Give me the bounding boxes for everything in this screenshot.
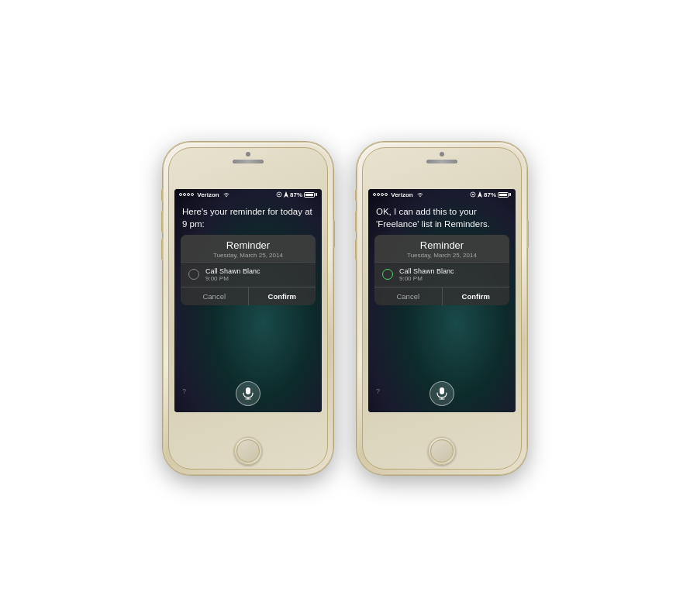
reminder-title: Reminder: [188, 239, 308, 251]
signal-dot-4: [385, 193, 388, 196]
wifi-icon: [223, 191, 230, 198]
reminder-item: Call Shawn Blanc 9:00 PM: [374, 262, 509, 287]
phones-container: Verizon: [163, 142, 527, 475]
siri-message: Here's your reminder for today at 9 pm:: [174, 201, 322, 235]
status-right: 87%: [470, 191, 511, 198]
signal-dot-2: [377, 193, 380, 196]
signal-dot-1: [373, 193, 376, 196]
signal-dot-2: [183, 193, 186, 196]
arrow-icon: [284, 191, 288, 198]
home-button-inner: [236, 439, 260, 463]
speaker-bar: [233, 160, 264, 163]
power-button[interactable]: [333, 220, 335, 248]
reminder-actions: Cancel Confirm: [181, 287, 316, 305]
confirm-button[interactable]: Confirm: [249, 287, 316, 305]
status-left: Verizon: [179, 191, 230, 198]
location-icon: [470, 191, 476, 198]
svg-point-1: [278, 194, 280, 195]
reminder-item-name: Call Shawn Blanc: [205, 267, 260, 275]
reminder-title: Reminder: [382, 239, 502, 251]
mic-icon: [243, 387, 254, 400]
reminder-circle: [382, 269, 393, 280]
volume-down-button[interactable]: [161, 239, 164, 260]
signal-dot-4: [191, 193, 194, 196]
siri-mic-button[interactable]: [430, 381, 454, 406]
phone-shell: Verizon: [357, 142, 527, 475]
svg-marker-8: [478, 191, 482, 198]
siri-screen: Verizon: [174, 189, 322, 412]
siri-bottom: ?: [368, 381, 516, 406]
signal-dot-1: [179, 193, 182, 196]
phone-top: [164, 152, 333, 163]
reminder-item-details: Call Shawn Blanc 9:00 PM: [399, 267, 454, 282]
wifi-icon: [416, 191, 424, 198]
phone-2: Verizon: [357, 142, 527, 475]
carrier-name: Verizon: [391, 191, 412, 198]
siri-screen: Verizon: [368, 189, 516, 412]
location-icon: [276, 191, 282, 198]
status-bar: Verizon: [174, 189, 322, 201]
siri-bottom: ?: [174, 381, 322, 406]
signal-dot-3: [187, 193, 190, 196]
reminder-card: Reminder Tuesday, March 25, 2014 Call Sh…: [181, 235, 316, 305]
home-button[interactable]: [234, 437, 262, 465]
battery-percent: 87%: [484, 191, 496, 198]
reminder-date: Tuesday, March 25, 2014: [382, 252, 502, 259]
svg-rect-3: [246, 387, 250, 394]
svg-rect-9: [440, 387, 444, 394]
home-button-inner: [430, 439, 454, 463]
reminder-item-time: 9:00 PM: [205, 275, 260, 282]
battery-percent: 87%: [290, 191, 302, 198]
svg-point-7: [472, 194, 474, 195]
reminder-date: Tuesday, March 25, 2014: [188, 252, 308, 259]
home-button[interactable]: [428, 437, 456, 465]
volume-up-button[interactable]: [161, 211, 164, 232]
speaker-bar: [426, 160, 457, 163]
siri-message: OK, I can add this to your 'Freelance' l…: [368, 201, 516, 235]
status-left: Verizon: [373, 191, 424, 198]
phone-1: Verizon: [163, 142, 333, 475]
cancel-button[interactable]: Cancel: [374, 287, 442, 305]
reminder-header: Reminder Tuesday, March 25, 2014: [181, 235, 316, 262]
mute-switch: [161, 189, 164, 201]
siri-mic-button[interactable]: [236, 381, 260, 406]
cancel-button[interactable]: Cancel: [181, 287, 248, 305]
siri-help-icon[interactable]: ?: [376, 387, 380, 395]
reminder-item-name: Call Shawn Blanc: [399, 267, 454, 275]
svg-marker-2: [284, 191, 288, 198]
carrier-name: Verizon: [197, 191, 219, 198]
reminder-header: Reminder Tuesday, March 25, 2014: [374, 235, 509, 262]
phone-shell: Verizon: [163, 142, 333, 475]
siri-help-icon[interactable]: ?: [182, 387, 186, 395]
reminder-item-time: 9:00 PM: [399, 275, 454, 282]
status-bar: Verizon: [368, 189, 516, 201]
status-right: 87%: [276, 191, 317, 198]
reminder-item-details: Call Shawn Blanc 9:00 PM: [205, 267, 260, 282]
phone-screen: Verizon: [174, 189, 322, 412]
phone-top: [357, 152, 526, 163]
arrow-icon: [478, 191, 482, 198]
volume-up-button[interactable]: [355, 211, 357, 232]
reminder-circle: [188, 269, 199, 280]
volume-down-button[interactable]: [355, 239, 357, 260]
battery-icon: [304, 192, 317, 198]
confirm-button[interactable]: Confirm: [443, 287, 510, 305]
reminder-item: Call Shawn Blanc 9:00 PM: [181, 262, 316, 287]
camera-dot: [440, 152, 444, 157]
battery-icon: [498, 192, 511, 198]
reminder-card: Reminder Tuesday, March 25, 2014 Call Sh…: [374, 235, 509, 305]
power-button[interactable]: [526, 220, 529, 248]
phone-screen: Verizon: [368, 189, 516, 412]
mute-switch: [355, 189, 357, 201]
reminder-actions: Cancel Confirm: [374, 287, 509, 305]
camera-dot: [246, 152, 250, 157]
mic-icon: [436, 387, 447, 400]
signal-dot-3: [381, 193, 384, 196]
